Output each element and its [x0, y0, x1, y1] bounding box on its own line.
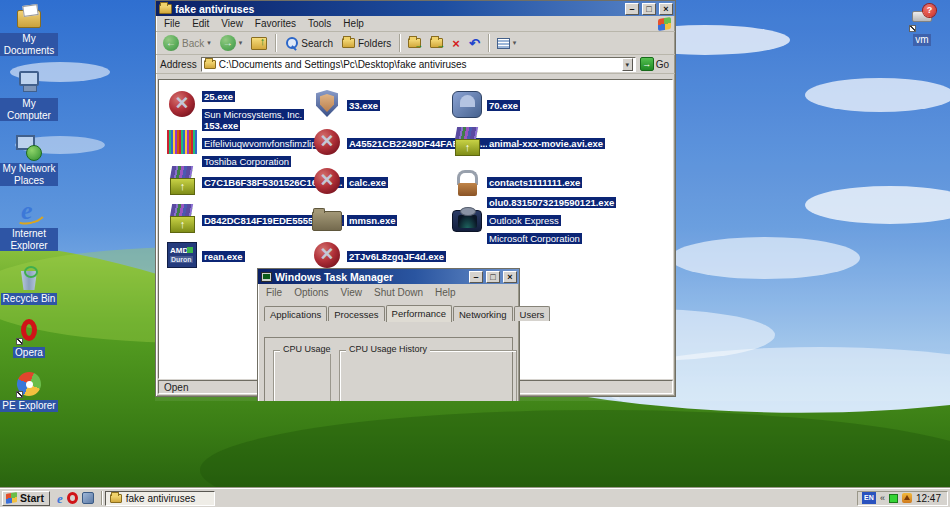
address-input[interactable]: C:\Documents and Settings\Pc\Desktop\fak…: [201, 57, 636, 72]
file-name-row: rean.exe: [202, 246, 245, 264]
back-icon: ←: [163, 35, 179, 51]
maximize-button[interactable]: □: [486, 271, 500, 283]
views-icon: [497, 38, 510, 49]
internet-explorer-icon[interactable]: e: [57, 492, 63, 505]
internet-explorer-icon: [14, 197, 44, 227]
folders-button[interactable]: Folders: [339, 37, 394, 50]
taskmgr-menu-view[interactable]: View: [335, 286, 369, 299]
desktop-icon-my-documents[interactable]: My Documents: [0, 2, 58, 56]
file-name-row: olu0.8315073219590121.exe: [487, 192, 616, 210]
tab-performance[interactable]: Performance: [386, 305, 452, 322]
start-button[interactable]: Start: [2, 491, 50, 506]
search-button[interactable]: Search: [281, 35, 336, 51]
search-icon: [284, 36, 298, 50]
taskmgr-menu-file[interactable]: File: [260, 286, 288, 299]
windows-flag-icon: [6, 492, 17, 504]
file-name: 33.exe: [347, 100, 380, 111]
go-button[interactable]: → Go: [640, 57, 671, 71]
file-labels: animal-xxx-movie.avi.exe: [487, 133, 605, 151]
search-label: Search: [301, 38, 333, 49]
tray-warning-icon[interactable]: [902, 493, 912, 503]
file-name-row: contacts1111111.exe: [487, 172, 582, 190]
my-computer-icon: [14, 67, 44, 97]
tab-applications[interactable]: Applications: [264, 306, 327, 321]
file-tile[interactable]: olu0.8315073219590121.exeOutlook Express…: [452, 200, 672, 238]
toolbar-separator: [275, 34, 276, 52]
file-tile[interactable]: mmsn.exe: [312, 200, 452, 238]
file-tile[interactable]: 33.exe: [312, 87, 452, 121]
file-tile[interactable]: C7C1B6F38F5301526C1636D...: [167, 162, 312, 200]
menu-edit[interactable]: Edit: [186, 17, 215, 30]
window-title: fake antiviruses: [175, 3, 622, 15]
task-button-fake-antiviruses[interactable]: fake antiviruses: [105, 491, 215, 506]
close-button[interactable]: ×: [503, 271, 517, 283]
desktop-icon-label: Opera: [13, 347, 45, 359]
taskmgr-menu-shut-down[interactable]: Shut Down: [368, 286, 429, 299]
tab-networking[interactable]: Networking: [453, 306, 513, 321]
file-tile[interactable]: 153.exeEifeliviuqwvomvfonsfimzliptyToshi…: [167, 121, 312, 162]
explorer-titlebar[interactable]: fake antiviruses – □ ×: [156, 1, 675, 16]
up-button[interactable]: [248, 36, 270, 51]
red-x-icon: [167, 89, 197, 119]
menu-help[interactable]: Help: [337, 17, 370, 30]
desktop-icon-label: Internet Explorer: [0, 228, 58, 251]
padlock-icon: [452, 166, 482, 196]
back-button[interactable]: ← Back ▾: [160, 34, 214, 52]
copy-to-button[interactable]: [427, 37, 446, 49]
desktop-icon-opera[interactable]: Opera: [0, 316, 58, 359]
tray-green-icon[interactable]: [889, 494, 898, 503]
address-value: C:\Documents and Settings\Pc\Desktop\fak…: [219, 59, 619, 70]
file-tile[interactable]: animal-xxx-movie.avi.exe: [452, 121, 672, 162]
opera-icon[interactable]: [67, 492, 78, 504]
file-tile[interactable]: D842DC814F19EDE55558667...: [167, 200, 312, 238]
my-documents-icon: [14, 2, 44, 32]
go-arrow-icon: →: [640, 57, 654, 71]
desktop-icon-label: PE Explorer: [0, 400, 57, 412]
app-icon[interactable]: [82, 492, 94, 504]
file-tile[interactable]: A45521CB2249DF44FAE6388...: [312, 121, 452, 162]
language-indicator[interactable]: EN: [862, 492, 876, 504]
file-tile[interactable]: 2TJv6L8zgqJF4d.exe: [312, 238, 452, 272]
desktop-icon-internet-explorer[interactable]: Internet Explorer: [0, 197, 58, 251]
tray-chevron[interactable]: «: [880, 493, 885, 503]
maximize-button[interactable]: □: [642, 3, 656, 15]
recycle-bin-icon: [14, 262, 44, 292]
move-to-button[interactable]: [405, 37, 424, 49]
file-tile[interactable]: calc.exe: [312, 162, 452, 200]
file-name: olu0.8315073219590121.exe: [487, 197, 616, 208]
tab-processes[interactable]: Processes: [328, 306, 384, 321]
minimize-button[interactable]: –: [469, 271, 483, 283]
tab-users[interactable]: Users: [514, 306, 551, 321]
desktop-icon-my-computer[interactable]: My Computer: [0, 67, 58, 121]
desktop-icon-my-network-places[interactable]: My Network Places: [0, 132, 58, 186]
shortcut-arrow-icon: [16, 338, 23, 345]
desktop-icon-pe-explorer[interactable]: PE Explorer: [0, 369, 58, 412]
file-labels: rean.exe: [202, 246, 245, 264]
forward-button[interactable]: → ▾: [217, 34, 246, 52]
menu-tools[interactable]: Tools: [302, 17, 337, 30]
winrar-icon: [452, 127, 482, 157]
menu-favorites[interactable]: Favorites: [249, 17, 302, 30]
forward-icon: →: [220, 35, 236, 51]
back-label: Back: [182, 38, 204, 49]
minimize-button[interactable]: –: [625, 3, 639, 15]
file-labels: 2TJv6L8zgqJF4d.exe: [347, 246, 446, 264]
file-name-row: 25.exe: [202, 86, 235, 104]
undo-button[interactable]: ↶: [466, 36, 483, 51]
views-button[interactable]: ▾: [494, 37, 520, 50]
file-name: rean.exe: [202, 251, 245, 262]
close-button[interactable]: ×: [659, 3, 673, 15]
taskmgr-titlebar[interactable]: Windows Task Manager – □ ×: [258, 269, 519, 284]
delete-button[interactable]: ×: [449, 36, 463, 51]
desktop-icon-recycle-bin[interactable]: Recycle Bin: [0, 262, 58, 305]
file-tile[interactable]: 70.exe: [452, 87, 672, 121]
taskmgr-menu-options[interactable]: Options: [288, 286, 334, 299]
file-tile[interactable]: AMDDuronrean.exe: [167, 238, 312, 272]
taskmgr-menubar: FileOptionsViewShut DownHelp: [258, 284, 519, 300]
menu-file[interactable]: File: [158, 17, 186, 30]
menu-view[interactable]: View: [215, 17, 249, 30]
taskmgr-menu-help[interactable]: Help: [429, 286, 462, 299]
up-folder-icon: [251, 37, 267, 50]
address-dropdown-button[interactable]: ▾: [622, 58, 633, 71]
file-name-row: calc.exe: [347, 172, 388, 190]
